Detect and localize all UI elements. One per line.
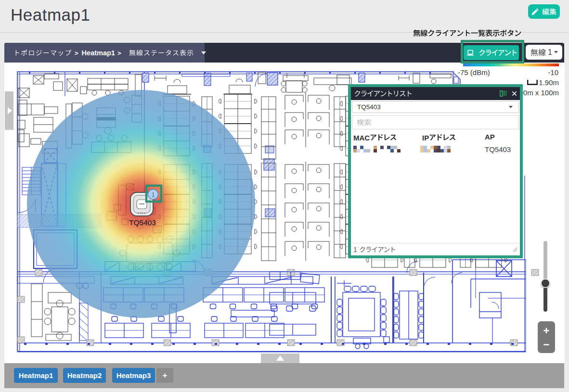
svg-text:1: 1 [152, 191, 155, 198]
svg-text:TQ5403: TQ5403 [129, 218, 156, 227]
